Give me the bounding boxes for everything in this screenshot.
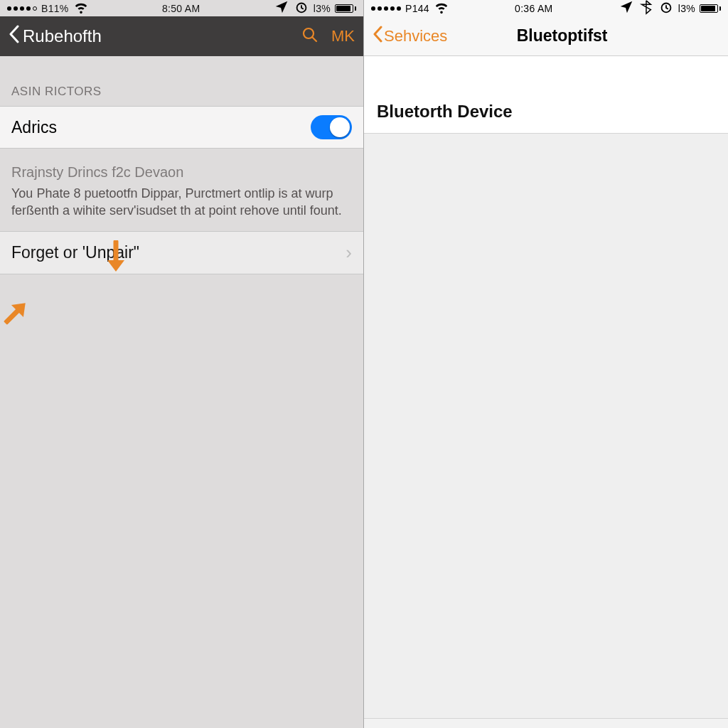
clock-label: 8:50 AM [162,3,200,14]
signal-dots [371,6,401,11]
adrics-label: Adrics [11,118,311,137]
clock-label: 0:36 AM [515,3,552,14]
battery-icon [700,4,721,13]
wifi-icon [73,0,89,17]
bottom-bar [364,718,728,728]
location-icon [274,0,289,17]
bluetooth-icon [638,0,654,17]
location-icon [619,0,634,17]
info-text: You Phate 8 puetootfn Dippar, Purctmert … [0,185,363,231]
adrics-toggle[interactable] [311,115,352,139]
carrier-label: B11% [41,3,69,14]
chevron-left-icon [373,26,382,47]
battery-percent: l3% [314,3,331,14]
signal-dots [7,6,37,11]
device-header: Bluetorth Device [364,85,728,134]
svg-line-2 [312,37,316,41]
alarm-icon [294,0,309,17]
adrics-row[interactable]: Adrics [0,106,363,149]
search-icon[interactable] [300,26,320,46]
section-header: ASIN RICTORS [0,56,363,106]
status-bar-left: B11% 8:50 AM l3% [0,0,363,16]
back-label: Rubehofth [23,26,102,46]
annotation-arrow-diagonal [0,292,36,331]
chevron-left-icon [9,25,20,48]
mk-button[interactable]: MK [331,27,355,46]
nav-bar-right: Sehvices Bluetoptifst [364,16,728,56]
right-pane: P144 0:36 AM l3% Sehvices [364,0,728,728]
status-bar-right: P144 0:36 AM l3% [364,0,728,16]
left-pane: B11% 8:50 AM l3% Rubehofth [0,0,364,728]
page-title: Bluetoptifst [405,26,719,46]
info-title: Rrajnsty Drincs f2c Devaon [0,149,363,185]
nav-bar-left: Rubehofth MK [0,16,363,56]
battery-icon [335,4,356,13]
forget-label: Forget or 'Unpair" [11,243,346,262]
chevron-right-icon: › [346,242,352,264]
battery-percent: l3% [678,3,695,14]
alarm-icon [658,0,674,17]
wifi-icon [434,0,449,17]
forget-row[interactable]: Forget or 'Unpair" › [0,231,363,274]
back-button[interactable]: Rubehofth [9,25,102,48]
carrier-label: P144 [405,3,429,14]
